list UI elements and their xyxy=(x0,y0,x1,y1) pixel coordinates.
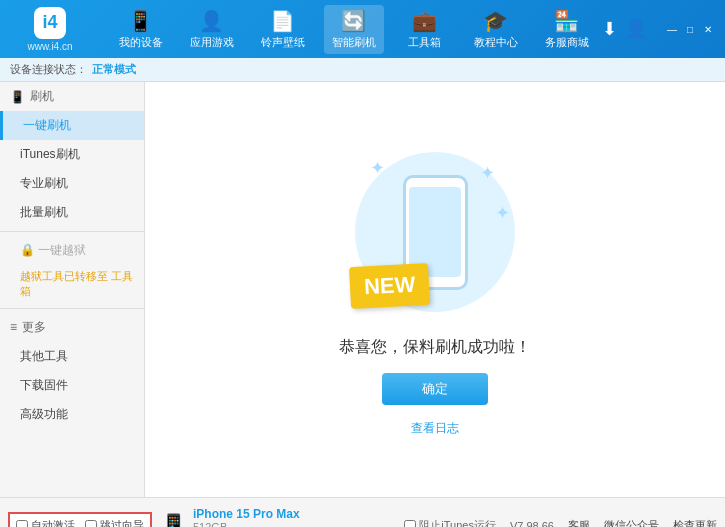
logo-text: www.i4.cn xyxy=(27,41,72,52)
sidebar-jailbreak-note: 越狱工具已转移至 工具箱 xyxy=(0,265,144,304)
client-link[interactable]: 客服 xyxy=(568,518,590,527)
header-right: ⬇ 👤 — □ ✕ xyxy=(602,18,715,40)
sidebar-item-one-key[interactable]: 一键刷机 xyxy=(0,111,144,140)
main-layout: 📱 刷机 一键刷机 iTunes刷机 专业刷机 批量刷机 🔒 一键越狱 越狱工具… xyxy=(0,82,725,497)
success-title: 恭喜您，保料刷机成功啦！ xyxy=(339,337,531,358)
logo-icon: i4 xyxy=(34,7,66,39)
nav-item-smart-flash[interactable]: 🔄 智能刷机 xyxy=(324,5,384,54)
auto-activate-checkbox-group: 自动激活 xyxy=(16,518,75,527)
sparkle-icon-3: ✦ xyxy=(495,202,510,224)
sidebar-item-pro[interactable]: 专业刷机 xyxy=(0,169,144,198)
nav-label-toolbox: 工具箱 xyxy=(408,35,441,50)
nav-item-tutorials[interactable]: 🎓 教程中心 xyxy=(466,5,526,54)
ringtones-icon: 📄 xyxy=(270,9,295,33)
nav-item-my-device[interactable]: 📱 我的设备 xyxy=(111,5,171,54)
nav-label-apps: 应用游戏 xyxy=(190,35,234,50)
guide-label: 跳过向导 xyxy=(100,518,144,527)
store-icon: 🏪 xyxy=(554,9,579,33)
sidebar-item-other-tools[interactable]: 其他工具 xyxy=(0,342,144,371)
nav-item-toolbox[interactable]: 💼 工具箱 xyxy=(395,5,455,54)
smart-flash-icon: 🔄 xyxy=(341,9,366,33)
toolbar-status: 正常模式 xyxy=(92,62,136,77)
new-badge: NEW xyxy=(349,263,430,309)
sidebar-item-download[interactable]: 下载固件 xyxy=(0,371,144,400)
nav-label-smart-flash: 智能刷机 xyxy=(332,35,376,50)
flash-section-icon: 📱 xyxy=(10,90,25,104)
sidebar-divider-2 xyxy=(0,308,144,309)
device-storage: 512GB xyxy=(193,521,300,528)
version-label: V7.98.66 xyxy=(510,520,554,528)
nav-item-store[interactable]: 🏪 务服商城 xyxy=(537,5,597,54)
sparkle-icon-2: ✦ xyxy=(480,162,495,184)
device-phone-icon: 📱 xyxy=(160,513,187,528)
nav-label-store: 务服商城 xyxy=(545,35,589,50)
tutorials-icon: 🎓 xyxy=(483,9,508,33)
nav-label-tutorials: 教程中心 xyxy=(474,35,518,50)
toolbox-icon: 💼 xyxy=(412,9,437,33)
sidebar-more-section: ≡ 更多 xyxy=(0,313,144,342)
header: i4 www.i4.cn 📱 我的设备 👤 应用游戏 📄 铃声壁纸 🔄 智能刷机… xyxy=(0,0,725,58)
sidebar-divider-1 xyxy=(0,231,144,232)
sidebar-item-advanced[interactable]: 高级功能 xyxy=(0,400,144,429)
itunes-checkbox-group: 阻止iTunes运行 xyxy=(404,518,496,527)
checkbox-group: 自动激活 跳过向导 xyxy=(8,512,152,527)
sidebar-flash-section: 📱 刷机 xyxy=(0,82,144,111)
toolbar-prefix: 设备连接状态： xyxy=(10,62,87,77)
device-icon: 📱 xyxy=(128,9,153,33)
guide-checkbox[interactable] xyxy=(85,520,97,528)
lock-icon: 🔒 xyxy=(20,243,35,257)
minimize-button[interactable]: — xyxy=(665,22,679,36)
check-update-link[interactable]: 检查更新 xyxy=(673,518,717,527)
sidebar-item-jailbreak-disabled: 🔒 一键越狱 xyxy=(0,236,144,265)
logo-area: i4 www.i4.cn xyxy=(10,7,90,52)
nav-item-ringtones[interactable]: 📄 铃声壁纸 xyxy=(253,5,313,54)
nav-item-apps[interactable]: 👤 应用游戏 xyxy=(182,5,242,54)
nav-items: 📱 我的设备 👤 应用游戏 📄 铃声壁纸 🔄 智能刷机 💼 工具箱 🎓 教程中心… xyxy=(105,5,602,54)
guide-checkbox-group: 跳过向导 xyxy=(85,518,144,527)
more-icon: ≡ xyxy=(10,320,17,334)
maximize-button[interactable]: □ xyxy=(683,22,697,36)
sidebar: 📱 刷机 一键刷机 iTunes刷机 专业刷机 批量刷机 🔒 一键越狱 越狱工具… xyxy=(0,82,145,497)
nav-label-my-device: 我的设备 xyxy=(119,35,163,50)
log-link[interactable]: 查看日志 xyxy=(411,420,459,437)
sparkle-icon-1: ✦ xyxy=(370,157,385,179)
success-container: ✦ ✦ ✦ NEW 恭喜您，保料刷机成功啦！ 确定 查看日志 xyxy=(339,142,531,437)
close-button[interactable]: ✕ xyxy=(701,22,715,36)
content-area: ✦ ✦ ✦ NEW 恭喜您，保料刷机成功啦！ 确定 查看日志 xyxy=(145,82,725,497)
flash-section-label: 刷机 xyxy=(30,88,54,105)
apps-icon: 👤 xyxy=(199,9,224,33)
itunes-label: 阻止iTunes运行 xyxy=(419,518,496,527)
auto-activate-checkbox[interactable] xyxy=(16,520,28,528)
auto-activate-label: 自动激活 xyxy=(31,518,75,527)
toolbar: 设备连接状态： 正常模式 xyxy=(0,58,725,82)
sidebar-item-batch[interactable]: 批量刷机 xyxy=(0,198,144,227)
user-avatar[interactable]: 👤 xyxy=(625,18,647,40)
nav-label-ringtones: 铃声壁纸 xyxy=(261,35,305,50)
sidebar-item-itunes[interactable]: iTunes刷机 xyxy=(0,140,144,169)
phone-illustration: ✦ ✦ ✦ NEW xyxy=(345,142,525,322)
itunes-checkbox[interactable] xyxy=(404,520,416,528)
device-name: iPhone 15 Pro Max xyxy=(193,507,300,521)
device-block: 📱 iPhone 15 Pro Max 512GB iPhone xyxy=(160,507,300,528)
download-icon[interactable]: ⬇ xyxy=(602,18,617,40)
wechat-link[interactable]: 微信公众号 xyxy=(604,518,659,527)
bottom-row: 自动激活 跳过向导 📱 iPhone 15 Pro Max 512GB iPho… xyxy=(0,497,725,527)
window-controls: — □ ✕ xyxy=(665,22,715,36)
confirm-button[interactable]: 确定 xyxy=(382,373,488,405)
bottom-right: 阻止iTunes运行 V7.98.66 客服 微信公众号 检查更新 xyxy=(404,518,717,527)
